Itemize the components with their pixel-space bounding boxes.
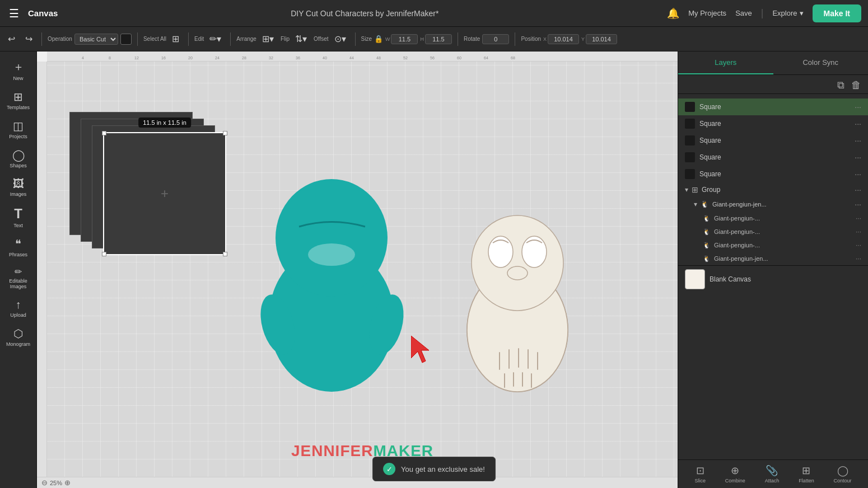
sidebar-item-phrases[interactable]: ❝ Phrases [2, 234, 35, 261]
selection-handle-tr[interactable] [223, 131, 227, 135]
sub-item-1-options[interactable]: ··· [856, 214, 861, 222]
bell-button[interactable]: 🔔 [667, 7, 679, 20]
sidebar-item-shapes[interactable]: ◯ Shapes [2, 145, 35, 172]
position-x-input[interactable] [548, 34, 579, 44]
save-button[interactable]: Save [735, 9, 752, 17]
layer-item-sq4[interactable]: Square ··· [678, 149, 868, 166]
flip-label: Flip [281, 36, 290, 42]
zoom-in-button[interactable]: ⊕ [64, 478, 71, 487]
ruler-tick-68: 68 [511, 56, 515, 60]
combine-button[interactable]: ⊕ Combine [725, 464, 745, 484]
sidebar-item-projects[interactable]: ◫ Projects [2, 116, 35, 143]
selection-handle-bl[interactable] [102, 252, 106, 256]
selection-handle-br[interactable] [223, 252, 227, 256]
select-all-label: Select All [143, 36, 166, 42]
sub-item-3-options[interactable]: ··· [856, 241, 861, 249]
hamburger-button[interactable]: ☰ [7, 4, 21, 22]
sub-item-2[interactable]: 🐧 Giant-pengiun-... ··· [678, 225, 868, 238]
group-row[interactable]: ▾ ⊞ Group ··· [678, 182, 868, 197]
ruler-tick-60: 60 [457, 56, 461, 60]
layer-item-sq5[interactable]: Square ··· [678, 166, 868, 182]
arrange-group: Arrange ⊞▾ [236, 31, 277, 46]
slice-button[interactable]: ⊡ Slice [694, 464, 706, 484]
new-icon: ＋ [13, 59, 24, 74]
panel-delete-button[interactable]: 🗑 [851, 79, 861, 91]
sub-item-2-options[interactable]: ··· [856, 228, 861, 236]
layer-options-sq5[interactable]: ··· [855, 170, 861, 179]
zoom-out-button[interactable]: ⊖ [41, 478, 48, 487]
ruler-tick-64: 64 [484, 56, 488, 60]
explore-button[interactable]: Explore ▾ [772, 9, 803, 17]
edit-button[interactable]: ✏▾ [206, 31, 225, 46]
sidebar-phrases-label: Phrases [9, 252, 27, 257]
ruler-tick-12: 12 [134, 56, 139, 60]
subgroup-1-options[interactable]: ··· [855, 200, 861, 209]
contour-button[interactable]: ◯ Contour [834, 464, 852, 484]
layer-options-sq3[interactable]: ··· [855, 136, 861, 145]
select-all-button[interactable]: ⊞ [169, 31, 183, 46]
sub-item-1-icon: 🐧 [703, 215, 711, 222]
sidebar-item-text[interactable]: T Text [2, 203, 35, 232]
sub-item-4-options[interactable]: ··· [856, 255, 861, 262]
operation-select[interactable]: Basic Cut [74, 34, 118, 45]
layer-item-sq3[interactable]: Square ··· [678, 132, 868, 149]
size-w-input[interactable] [391, 34, 418, 44]
ruler-tick-40: 40 [323, 56, 327, 60]
layer-item-sq1[interactable]: Square ··· [678, 98, 868, 115]
layer-options-sq1[interactable]: ··· [855, 102, 861, 111]
sub-item-4[interactable]: 🐧 Giant-pengiun-jen... ··· [678, 252, 868, 265]
make-it-button[interactable]: Make It [813, 4, 861, 22]
offset-label: Offset [314, 36, 329, 42]
penguin-cream[interactable] [450, 190, 585, 405]
sidebar-projects-label: Projects [9, 134, 27, 139]
toolbar-separator-4 [230, 32, 231, 46]
size-tooltip: 11.5 in x 11.5 in [138, 118, 191, 128]
tab-layers[interactable]: Layers [678, 51, 773, 74]
canvas-area[interactable]: 4 8 12 16 20 24 28 32 36 40 44 48 52 56 … [37, 51, 678, 488]
position-y-input[interactable] [586, 34, 617, 44]
group-options[interactable]: ··· [855, 185, 861, 194]
sidebar-item-upload[interactable]: ↑ Upload [2, 295, 35, 321]
undo-button[interactable]: ↩ [4, 31, 18, 46]
penguin-teal-svg [249, 146, 417, 403]
tab-color-sync[interactable]: Color Sync [773, 51, 869, 74]
layer-options-sq4[interactable]: ··· [855, 153, 861, 162]
layer-options-sq2[interactable]: ··· [855, 119, 861, 128]
top-right-actions: 🔔 My Projects Save | Explore ▾ Make It [667, 4, 861, 22]
toolbar-separator-1 [41, 32, 42, 46]
images-icon: 🖼 [13, 177, 24, 190]
flatten-button[interactable]: ⊞ Flatten [799, 464, 814, 484]
square-layer-selected[interactable]: 11.5 in x 11.5 in + [103, 132, 226, 255]
size-h-input[interactable] [425, 34, 452, 44]
color-swatch[interactable] [120, 34, 132, 45]
flatten-icon: ⊞ [802, 464, 810, 477]
sidebar-item-templates[interactable]: ⊞ Templates [2, 87, 35, 114]
layers-list: Square ··· Square ··· Square ··· Square … [678, 94, 868, 459]
panel-copy-button[interactable]: ⧉ [837, 79, 844, 91]
ruler-top: 4 8 12 16 20 24 28 32 36 40 44 48 52 56 … [47, 51, 678, 62]
penguin-teal[interactable] [249, 146, 417, 405]
rotate-input[interactable] [482, 34, 509, 44]
attach-button[interactable]: 📎 Attach [765, 464, 780, 484]
sub-item-1[interactable]: 🐧 Giant-pengiun-... ··· [678, 212, 868, 225]
toolbar-separator-3 [188, 32, 189, 46]
subgroup-row-1[interactable]: ▾ 🐧 Giant-pengiun-jen... ··· [678, 197, 868, 212]
flip-button[interactable]: ⇅▾ [292, 31, 310, 46]
my-projects-button[interactable]: My Projects [688, 9, 726, 17]
redo-button[interactable]: ↪ [22, 31, 36, 46]
toast-icon: ✓ [383, 463, 395, 475]
subgroup-1-name: Giant-pengiun-jen... [712, 201, 851, 208]
sidebar-item-editable-images[interactable]: ✏ Editable Images [2, 263, 35, 293]
offset-button[interactable]: ⊙▾ [331, 31, 349, 46]
sidebar-item-new[interactable]: ＋ New [2, 56, 35, 85]
sub-item-3[interactable]: 🐧 Giant-pengiun-... ··· [678, 238, 868, 252]
subgroup-1-icon: 🐧 [701, 200, 709, 208]
sidebar-item-images[interactable]: 🖼 Images [2, 174, 35, 200]
canvas-content[interactable]: 11.5 in x 11.5 in + [47, 62, 678, 477]
selection-handle-tl[interactable] [102, 131, 106, 135]
arrange-button[interactable]: ⊞▾ [259, 31, 277, 46]
layer-item-sq2[interactable]: Square ··· [678, 115, 868, 132]
svg-point-10 [507, 266, 528, 280]
sidebar-item-monogram[interactable]: ⬡ Monogram [2, 323, 35, 350]
zoom-bar: ⊖ 25% ⊕ [37, 477, 678, 488]
